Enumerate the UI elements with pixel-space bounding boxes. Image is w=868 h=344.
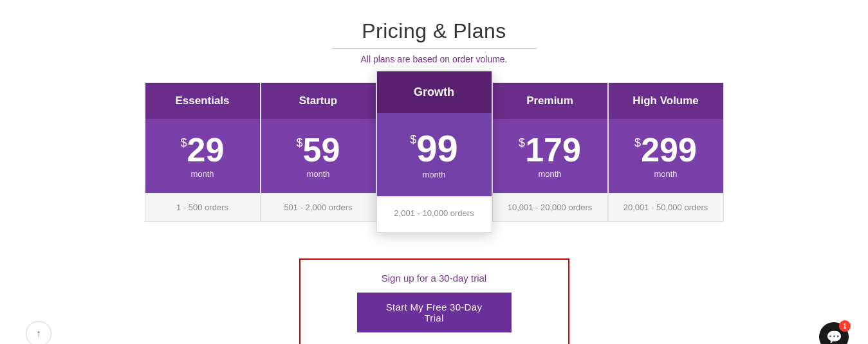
plans-container: Essentials $ 29 month 1 - 500 orders Sta… bbox=[145, 82, 724, 233]
page-title: Pricing & Plans bbox=[362, 19, 506, 43]
price-period-growth: month bbox=[422, 170, 445, 179]
plan-header-startup: Startup bbox=[261, 83, 376, 119]
chat-badge: 1 bbox=[839, 320, 851, 332]
price-amount-startup: 59 bbox=[303, 133, 340, 167]
price-dollar-growth: $ bbox=[410, 134, 416, 145]
plan-card-essentials[interactable]: Essentials $ 29 month 1 - 500 orders bbox=[145, 82, 261, 222]
subtitle-link[interactable]: plans bbox=[373, 54, 394, 64]
plan-orders-premium: 10,001 - 20,000 orders bbox=[493, 193, 607, 221]
page-wrapper: Pricing & Plans All plans are based on o… bbox=[0, 0, 868, 344]
plan-card-growth[interactable]: Growth $ 99 month 2,001 - 10,000 orders bbox=[376, 71, 492, 233]
plan-orders-growth: 2,001 - 10,000 orders bbox=[377, 196, 492, 232]
scroll-up-button[interactable]: ↑ bbox=[26, 321, 51, 344]
price-amount-essentials: 29 bbox=[187, 133, 225, 167]
plan-orders-startup: 501 - 2,000 orders bbox=[261, 193, 376, 221]
price-period-high-volume: month bbox=[654, 169, 677, 179]
start-trial-button[interactable]: Start My Free 30-Day Trial bbox=[357, 293, 512, 332]
plan-card-startup[interactable]: Startup $ 59 month 501 - 2,000 orders bbox=[261, 82, 376, 222]
title-divider bbox=[331, 48, 537, 49]
price-amount-high-volume: 299 bbox=[641, 133, 697, 167]
price-dollar-essentials: $ bbox=[181, 137, 187, 149]
plan-card-high-volume[interactable]: High Volume $ 299 month 20,001 - 50,000 … bbox=[608, 82, 724, 222]
price-dollar-premium: $ bbox=[519, 137, 525, 149]
plan-price-premium: $ 179 month bbox=[493, 119, 607, 193]
price-dollar-high-volume: $ bbox=[634, 137, 641, 149]
plan-header-premium: Premium bbox=[493, 83, 607, 119]
page-subtitle: All plans are based on order volume. bbox=[360, 54, 507, 64]
subtitle-text-before: All bbox=[360, 54, 373, 64]
plan-header-growth: Growth bbox=[377, 71, 492, 113]
plan-orders-essentials: 1 - 500 orders bbox=[145, 193, 260, 221]
plan-price-growth: $ 99 month bbox=[377, 113, 492, 196]
price-amount-premium: 179 bbox=[525, 133, 581, 167]
price-period-premium: month bbox=[538, 169, 561, 179]
plan-header-essentials: Essentials bbox=[145, 83, 260, 119]
price-amount-growth: 99 bbox=[416, 130, 458, 167]
chat-button[interactable]: 💬 1 bbox=[819, 322, 849, 344]
plan-price-essentials: $ 29 month bbox=[145, 119, 260, 193]
chevron-up-icon: ↑ bbox=[36, 328, 41, 339]
price-period-startup: month bbox=[306, 169, 329, 179]
plan-price-high-volume: $ 299 month bbox=[609, 119, 723, 193]
subtitle-text-after: are based on order volume. bbox=[394, 54, 507, 64]
plan-header-high-volume: High Volume bbox=[609, 83, 723, 119]
plan-card-premium[interactable]: Premium $ 179 month 10,001 - 20,000 orde… bbox=[492, 82, 608, 222]
plan-price-startup: $ 59 month bbox=[261, 119, 376, 193]
price-dollar-startup: $ bbox=[297, 137, 303, 149]
chat-icon: 💬 bbox=[826, 329, 842, 344]
cta-text: Sign up for a 30-day trial bbox=[326, 273, 542, 284]
price-period-essentials: month bbox=[190, 169, 214, 179]
plan-orders-high-volume: 20,001 - 50,000 orders bbox=[609, 193, 723, 221]
cta-section: Sign up for a 30-day trial Start My Free… bbox=[299, 258, 569, 344]
